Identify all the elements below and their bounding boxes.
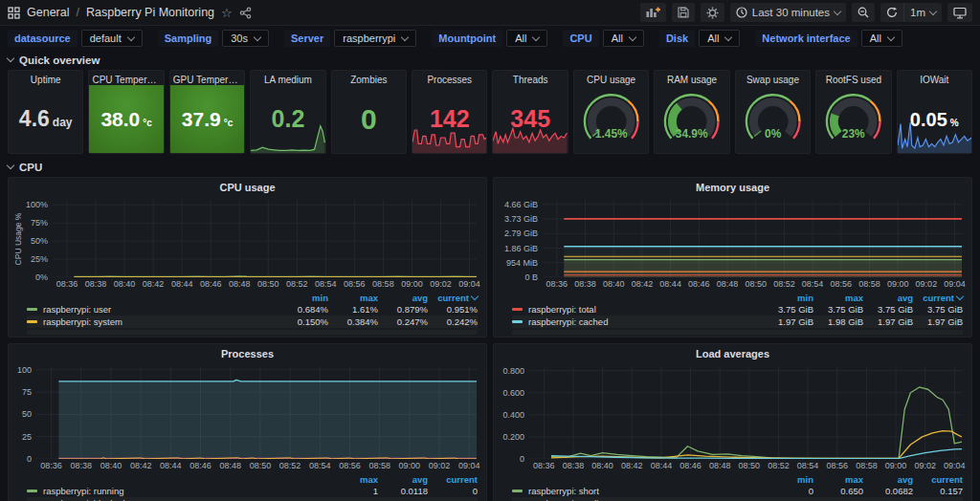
panel-title[interactable]: RootFS used xyxy=(816,71,890,85)
save-dashboard-button[interactable] xyxy=(672,3,695,22)
legend-series-toggle[interactable]: raspberrypi: user xyxy=(27,304,111,315)
x-tick-label: 08:54 xyxy=(797,279,828,289)
variable-value-dropdown[interactable]: All xyxy=(861,30,902,47)
legend-value: 0.242% xyxy=(428,316,478,327)
chevron-down-icon xyxy=(630,37,635,40)
legend-column-min[interactable]: min xyxy=(764,293,813,303)
y-tick-label: 100% xyxy=(26,200,48,209)
zoom-out-button[interactable] xyxy=(852,3,875,22)
refresh-interval-dropdown[interactable]: 1m xyxy=(904,3,942,22)
panel-title[interactable]: Uptime xyxy=(9,71,82,85)
breadcrumb-root[interactable]: General xyxy=(27,6,69,19)
legend-series-toggle[interactable]: raspberrypi: total xyxy=(512,304,596,315)
legend-value-text: 1.97 GiB xyxy=(927,316,963,327)
variable-datasource: datasourcedefault xyxy=(8,30,143,47)
legend-column-avg[interactable]: avg xyxy=(378,474,428,485)
legend-column-current[interactable]: current xyxy=(428,293,478,303)
chart-area: 0 B954 MiB1.86 GiB2.79 GiB3.73 GiB4.66 G… xyxy=(499,196,967,291)
legend-column-label: avg xyxy=(898,474,913,485)
legend-column-max[interactable]: max xyxy=(813,474,863,485)
panel-title[interactable]: Zombies xyxy=(332,71,406,85)
panel-title[interactable]: CPU usage xyxy=(13,180,481,196)
section-quick-overview[interactable]: Quick overview xyxy=(0,53,980,67)
variable-value-dropdown[interactable]: raspberrypi xyxy=(334,30,416,47)
x-tick-label: 08:36 xyxy=(52,279,82,289)
x-tick-label: 09:02 xyxy=(424,461,455,470)
legend-value: 3.75 GiB xyxy=(863,304,913,315)
legend-series-toggle[interactable]: raspberrypi: system xyxy=(27,316,122,327)
section-title: CPU xyxy=(19,162,42,173)
legend-column-label: min xyxy=(797,293,813,303)
stat-value-number: 0.2 xyxy=(272,107,305,131)
variable-value-dropdown[interactable]: All xyxy=(506,30,547,47)
variable-value-dropdown[interactable]: default xyxy=(81,30,143,47)
add-panel-button[interactable] xyxy=(640,3,666,22)
refresh-button[interactable] xyxy=(880,3,904,22)
legend-header: minmaxavgcurrent xyxy=(27,292,478,303)
x-tick-label: 08:42 xyxy=(138,279,168,289)
variable-sampling: Sampling30s xyxy=(158,30,269,47)
settings-gear-icon xyxy=(706,7,719,19)
panel-title[interactable]: Memory usage xyxy=(499,180,967,196)
legend-column-min[interactable]: min xyxy=(764,474,813,485)
panel-title[interactable]: Threads xyxy=(493,71,567,85)
chevron-down-icon xyxy=(7,162,14,169)
legend-column-current[interactable]: current xyxy=(913,474,963,485)
plot-svg xyxy=(36,366,477,459)
svg-text:23%: 23% xyxy=(842,126,865,140)
x-tick-label: 08:40 xyxy=(588,461,618,470)
legend-series-toggle[interactable]: raspberrypi: running xyxy=(27,486,124,496)
x-axis: 08:3608:3808:4008:4208:4408:4608:4808:50… xyxy=(53,279,477,291)
save-icon xyxy=(678,7,689,18)
panel-title[interactable]: Processes xyxy=(412,71,486,85)
variable-value-dropdown[interactable]: All xyxy=(603,30,644,47)
variable-value-dropdown[interactable]: All xyxy=(699,30,740,47)
chevron-down-icon xyxy=(888,37,894,40)
page-title[interactable]: Raspberry Pi Monitoring xyxy=(86,6,214,19)
panel-title[interactable]: GPU Temperat… xyxy=(170,71,244,85)
dashboard-grid-icon[interactable] xyxy=(8,7,20,19)
variable-value-text: All xyxy=(515,33,526,44)
legend-column-max[interactable]: max xyxy=(328,293,378,303)
y-axis: 0255075100 xyxy=(13,366,36,459)
legend-row-clipped xyxy=(512,330,963,335)
legend-column-min[interactable]: min xyxy=(278,293,328,303)
legend-column-max[interactable]: max xyxy=(813,293,863,303)
legend-column-label: avg xyxy=(412,293,428,303)
section-cpu[interactable]: CPU xyxy=(0,160,980,174)
legend-column-current[interactable]: current xyxy=(428,474,478,485)
legend: maxavgcurrentraspberrypi: running10.0118… xyxy=(13,472,481,501)
legend-series-toggle[interactable]: raspberrypi: short xyxy=(512,486,599,496)
time-range-picker[interactable]: Last 30 minutes xyxy=(730,3,846,22)
legend-column-max[interactable]: max xyxy=(328,474,378,485)
stat-body: 142 xyxy=(412,85,486,153)
stat-body: 0% xyxy=(736,85,810,153)
legend-column-avg[interactable]: avg xyxy=(863,474,913,485)
legend-column-avg[interactable]: avg xyxy=(863,293,913,303)
kiosk-mode-button[interactable] xyxy=(947,3,972,22)
variable-value-dropdown[interactable]: 30s xyxy=(222,30,269,47)
plot-svg xyxy=(53,200,477,277)
x-tick-label: 08:38 xyxy=(66,461,97,470)
panel-title[interactable]: Load averages xyxy=(499,346,967,362)
panel-title[interactable]: Processes xyxy=(13,346,481,362)
legend-header: maxavgcurrent xyxy=(27,473,478,485)
stat-panel-swap-usage: Swap usage0% xyxy=(735,70,811,154)
dashboard-settings-button[interactable] xyxy=(701,3,724,22)
variable-value-text: default xyxy=(90,33,122,44)
x-tick-label: 08:42 xyxy=(616,461,647,470)
panel-title[interactable]: Swap usage xyxy=(736,71,810,85)
panel-title[interactable]: RAM usage xyxy=(655,71,728,85)
panel-title[interactable]: CPU Temperat… xyxy=(89,71,163,85)
panel-title[interactable]: LA medium xyxy=(251,71,324,85)
legend-column-current[interactable]: current xyxy=(913,293,963,303)
share-icon[interactable] xyxy=(239,7,252,19)
star-icon[interactable]: ☆ xyxy=(221,7,233,19)
panel-title[interactable]: IOWait xyxy=(898,71,971,85)
panel-title[interactable]: CPU usage xyxy=(574,71,648,85)
legend-value-text: 1.97 GiB xyxy=(878,316,913,327)
legend-column-avg[interactable]: avg xyxy=(378,293,428,303)
legend-series-toggle[interactable]: raspberrypi: cached xyxy=(512,316,608,327)
stat-value: 37.9°c xyxy=(182,109,233,129)
series-line xyxy=(58,380,477,381)
